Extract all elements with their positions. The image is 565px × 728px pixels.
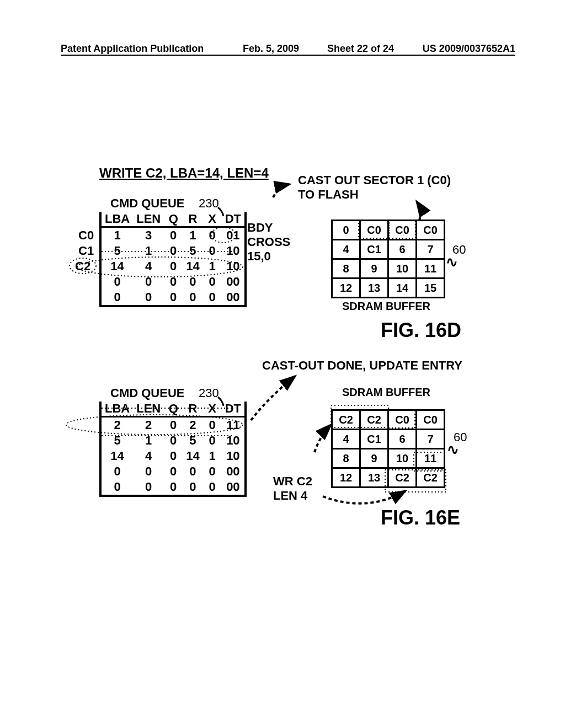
cell: 6: [388, 430, 417, 449]
cell: 0: [100, 274, 133, 290]
page-header: Patent Application Publication Feb. 5, 2…: [61, 43, 515, 56]
table-header-row: LBA LEN Q R X DT: [100, 212, 246, 227]
queue-table-16d: LBA LEN Q R X DT 1 3 0 1 0 01 5 1 0 5 0: [99, 212, 247, 307]
cell: 5: [100, 243, 133, 259]
cell: 14: [388, 279, 417, 298]
header-pubno: US 2009/0037652A1: [423, 43, 515, 55]
cell: C0: [360, 221, 388, 240]
cell: 13: [360, 279, 388, 298]
cell: 1: [183, 227, 202, 244]
cell: 4: [332, 430, 360, 449]
table-row: 0 0 0 0 0 00: [100, 479, 246, 496]
cmd-queue-16d: LBA LEN Q R X DT 1 3 0 1 0 01 5 1 0 5 0: [99, 212, 247, 307]
cell: 5: [183, 433, 202, 448]
table-row: 0 0 0 0 0 00: [100, 290, 246, 306]
cmd-queue-label-16e: CMD QUEUE: [110, 386, 184, 400]
wr-c2-label: WR C2 LEN 4: [273, 474, 312, 503]
cell: 0: [183, 479, 202, 496]
cell: 5: [100, 433, 133, 448]
fig16d-title: WRITE C2, LBA=14, LEN=4: [99, 165, 269, 181]
header-sheet: Sheet 22 of 24: [327, 43, 394, 55]
cell: C1: [360, 240, 388, 259]
cell: 0: [332, 221, 360, 240]
cell: 10: [388, 449, 417, 468]
cell: 10: [222, 243, 246, 259]
cell: 0: [164, 274, 183, 290]
cell: 1: [100, 227, 133, 244]
cell: 10: [222, 433, 246, 448]
cell: 0: [133, 274, 164, 290]
cell: 14: [183, 259, 202, 274]
cast-out-label: CAST OUT SECTOR 1 (C0) TO FLASH: [298, 173, 451, 202]
cell: C2: [388, 468, 417, 488]
row-label-c0: C0: [78, 228, 94, 243]
cell: C2: [360, 410, 388, 430]
cell: 10: [222, 259, 246, 274]
cell: 01: [222, 227, 246, 244]
cell: 0: [183, 274, 202, 290]
cmd-queue-16e: LBA LEN Q R X DT 2 2 0 2 0 11 5 1 0 5 0: [99, 402, 247, 497]
cell: C2: [417, 468, 445, 488]
cell: C0: [417, 221, 445, 240]
col-dt: DT: [222, 212, 246, 227]
cell: 1: [203, 259, 222, 274]
table-row: 2 2 0 2 0 11: [100, 417, 246, 433]
cell: 0: [164, 243, 183, 259]
queue-ref-16d: 230: [199, 196, 219, 211]
col-lba: LBA: [100, 212, 133, 227]
cell: 14: [183, 448, 202, 464]
cell: 0: [100, 290, 133, 306]
table-row: 14 4 0 14 1 10: [100, 259, 246, 274]
col-dt: DT: [222, 402, 246, 417]
col-r: R: [183, 402, 202, 417]
row-label-c2: C2: [75, 259, 90, 274]
sdram-buffer-16d: 0 C0 C0 C0 4 C1 6 7 8 9 10 11 12 13 14: [331, 220, 445, 298]
cell: 0: [133, 290, 164, 306]
cell: 0: [100, 479, 133, 496]
cell: C1: [360, 430, 388, 449]
col-len: LEN: [133, 212, 164, 227]
table-row: 1 3 0 1 0 01: [100, 227, 246, 244]
cell: 4: [133, 448, 164, 464]
cell: C0: [388, 410, 417, 430]
cell: 13: [360, 468, 388, 488]
table-row: 0 0 0 0 0 00: [100, 464, 246, 479]
cell: 7: [417, 430, 445, 449]
table-row: 5 1 0 5 0 10: [100, 433, 246, 448]
buffer-table-16d: 0 C0 C0 C0 4 C1 6 7 8 9 10 11 12 13 14: [331, 220, 445, 298]
cell: 00: [222, 464, 246, 479]
cell: 1: [133, 243, 164, 259]
cell: 0: [203, 433, 222, 448]
cell: 2: [183, 417, 202, 433]
cell: 0: [164, 227, 183, 244]
cell: C0: [388, 221, 417, 240]
buffer-caption-16e: SDRAM BUFFER: [342, 386, 430, 399]
sdram-buffer-16e: C2 C2 C0 C0 4 C1 6 7 8 9 10 11 12 13 C2: [331, 409, 445, 488]
col-x: X: [203, 212, 222, 227]
cell: 2: [133, 417, 164, 433]
cell: 0: [203, 227, 222, 244]
col-x: X: [203, 402, 222, 417]
cell: 15: [417, 279, 445, 298]
cell: 0: [183, 464, 202, 479]
cell: 11: [417, 449, 445, 468]
cell: 0: [164, 290, 183, 306]
cell: C2: [332, 410, 360, 430]
cell: 10: [222, 448, 246, 464]
cell: 0: [164, 448, 183, 464]
cell: 9: [360, 259, 388, 279]
cell: 4: [133, 259, 164, 274]
cell: 8: [332, 449, 360, 468]
cell: 0: [203, 479, 222, 496]
table-row: 5 1 0 5 0 10: [100, 243, 246, 259]
header-date: Feb. 5, 2009: [243, 43, 299, 55]
table-row: 0 0 0 0 0 00: [100, 274, 246, 290]
cell: 9: [360, 449, 388, 468]
cell: 4: [332, 240, 360, 259]
cell: 6: [388, 240, 417, 259]
cell: 00: [222, 274, 246, 290]
cell: 0: [164, 259, 183, 274]
cell: 0: [164, 479, 183, 496]
cell: 0: [164, 417, 183, 433]
header-left: Patent Application Publication: [61, 43, 204, 55]
